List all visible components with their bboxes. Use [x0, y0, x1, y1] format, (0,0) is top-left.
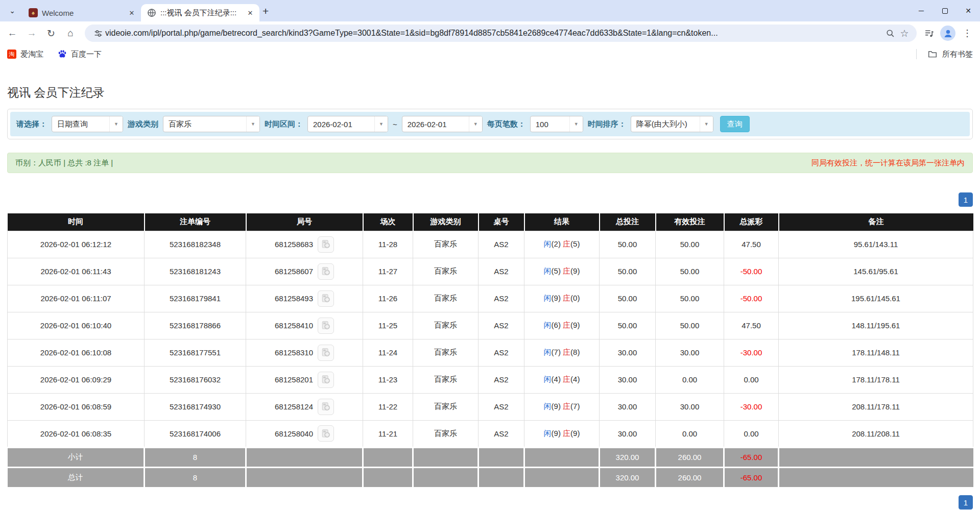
- tab-close-icon[interactable]: ✕: [127, 8, 137, 18]
- subtotal-valid-bet: 260.00: [656, 447, 724, 467]
- cell-valid-bet: 0.00: [656, 366, 724, 393]
- address-bar[interactable]: videoie.com/ipl/portal.php/game/betrecor…: [85, 25, 917, 42]
- cell-payout: -30.00: [724, 393, 779, 420]
- banker-result: 庄: [563, 294, 570, 302]
- cell-payout: 0.00: [724, 420, 779, 447]
- chevron-down-icon[interactable]: ▼: [700, 116, 713, 132]
- profile-avatar[interactable]: [940, 26, 955, 41]
- video-replay-button[interactable]: [318, 345, 334, 361]
- round-number: 681258493: [275, 294, 313, 303]
- cell-table-number: AS2: [479, 312, 524, 339]
- player-result: 闲: [544, 321, 552, 329]
- banker-result: 庄: [563, 429, 570, 438]
- banker-score: (4): [570, 375, 580, 383]
- banker-score: (7): [570, 402, 580, 410]
- chevron-down-icon[interactable]: ▼: [374, 116, 388, 132]
- chevron-down-icon[interactable]: ▼: [569, 116, 583, 132]
- date-from-select[interactable]: 2026-02-01 ▼: [307, 116, 388, 132]
- cell-bet-id: 523168179841: [145, 285, 246, 312]
- chevron-down-icon[interactable]: ▼: [109, 116, 123, 132]
- bookmark-aitaobao[interactable]: 淘 爱淘宝: [7, 50, 43, 59]
- page-1-button[interactable]: 1: [959, 192, 973, 207]
- cell-bet-id: 523168177551: [145, 339, 246, 366]
- welcome-favicon-icon: ♠: [29, 8, 38, 17]
- bookmark-baidu[interactable]: 百度一下: [58, 50, 102, 59]
- search-button[interactable]: 查询: [720, 116, 750, 132]
- chevron-down-icon[interactable]: ▼: [469, 116, 482, 132]
- player-score: (6): [552, 321, 561, 329]
- banker-score: (9): [570, 266, 580, 275]
- tab-search-button[interactable]: ⌄: [5, 4, 19, 18]
- all-bookmarks[interactable]: 所有书签: [916, 49, 973, 59]
- cell-bet-id: 523168176032: [145, 366, 246, 393]
- chevron-down-icon[interactable]: ▼: [246, 116, 259, 132]
- new-tab-button[interactable]: +: [262, 5, 269, 17]
- game-type-select[interactable]: 百家乐 ▼: [163, 116, 260, 132]
- player-result: 闲: [544, 239, 552, 248]
- cell-total-bet-link[interactable]: 50.00: [600, 285, 656, 312]
- cell-empty: [413, 447, 479, 467]
- cell-total-bet-link[interactable]: 30.00: [600, 366, 656, 393]
- cell-total-bet-link[interactable]: 30.00: [600, 420, 656, 447]
- cell-session: 11-28: [363, 231, 413, 258]
- total-payout: -65.00: [724, 467, 779, 487]
- maximize-button[interactable]: [933, 0, 957, 21]
- video-replay-button[interactable]: [318, 236, 334, 253]
- player-result: 闲: [544, 294, 552, 302]
- forward-button[interactable]: →: [22, 24, 41, 42]
- close-window-button[interactable]: ✕: [957, 0, 980, 21]
- time-sort-select[interactable]: 降幂(由大到小) ▼: [631, 116, 713, 132]
- minimize-button[interactable]: ─: [910, 0, 933, 21]
- cell-game-type: 百家乐: [413, 231, 479, 258]
- page-title: 视讯 会员下注纪录: [7, 85, 973, 101]
- cell-remark: 208.11/178.11: [779, 393, 973, 420]
- page-size-select[interactable]: 100 ▼: [530, 116, 583, 132]
- cell-empty: [779, 447, 973, 467]
- cell-remark: 208.11/208.11: [779, 420, 973, 447]
- cell-round: 681258124: [246, 393, 363, 420]
- query-type-select[interactable]: 日期查询 ▼: [52, 116, 123, 132]
- url-text[interactable]: videoie.com/ipl/portal.php/game/betrecor…: [105, 29, 883, 38]
- reload-button[interactable]: ↻: [42, 24, 60, 42]
- total-row: 总计 8 320.00 260.00 -65.00: [8, 467, 973, 487]
- cell-game-type: 百家乐: [413, 285, 479, 312]
- cell-total-bet-link[interactable]: 50.00: [600, 312, 656, 339]
- cell-empty: [246, 467, 363, 487]
- tab-close-icon[interactable]: ✕: [245, 8, 255, 18]
- page-1-button[interactable]: 1: [959, 495, 973, 509]
- video-replay-button[interactable]: [318, 372, 334, 388]
- browser-window: ⌄ ♠ Welcome ✕ :::视讯 会员下注纪录::: ✕ + ─ ✕ ← …: [0, 0, 980, 63]
- total-total-bet: 320.00: [600, 467, 656, 487]
- video-replay-button[interactable]: [318, 290, 334, 307]
- date-to-select[interactable]: 2026-02-01 ▼: [402, 116, 483, 132]
- banker-result: 庄: [563, 266, 570, 275]
- tab-bet-records[interactable]: :::视讯 会员下注纪录::: ✕: [141, 4, 259, 21]
- cell-round: 681258040: [246, 420, 363, 447]
- player-score: (2): [552, 239, 561, 248]
- cell-bet-id: 523168174930: [145, 393, 246, 420]
- bookmark-star-icon[interactable]: ☆: [897, 26, 912, 40]
- browser-menu-icon[interactable]: ⋮: [960, 28, 975, 39]
- cell-payout: 0.00: [724, 366, 779, 393]
- cell-total-bet-link[interactable]: 50.00: [600, 258, 656, 285]
- bookmark-label: 爱淘宝: [20, 50, 43, 59]
- zoom-icon[interactable]: [883, 26, 897, 40]
- cell-total-bet-link[interactable]: 50.00: [600, 231, 656, 258]
- cell-bet-id: 523168181243: [145, 258, 246, 285]
- media-controls-icon[interactable]: [922, 26, 936, 40]
- column-header: 总派彩: [724, 213, 779, 231]
- tab-title: Welcome: [42, 9, 123, 17]
- video-replay-button[interactable]: [318, 263, 334, 280]
- folder-icon: [928, 50, 937, 59]
- video-replay-button[interactable]: [318, 318, 334, 334]
- bookmarks-separator: [916, 49, 917, 59]
- cell-total-bet-link[interactable]: 30.00: [600, 339, 656, 366]
- home-button[interactable]: ⌂: [61, 24, 80, 42]
- back-button[interactable]: ←: [3, 24, 21, 42]
- cell-round: 681258201: [246, 366, 363, 393]
- cell-total-bet-link[interactable]: 30.00: [600, 393, 656, 420]
- site-settings-icon[interactable]: [91, 26, 105, 40]
- video-replay-button[interactable]: [318, 425, 334, 442]
- tab-welcome[interactable]: ♠ Welcome ✕: [22, 4, 141, 21]
- video-replay-button[interactable]: [318, 399, 334, 415]
